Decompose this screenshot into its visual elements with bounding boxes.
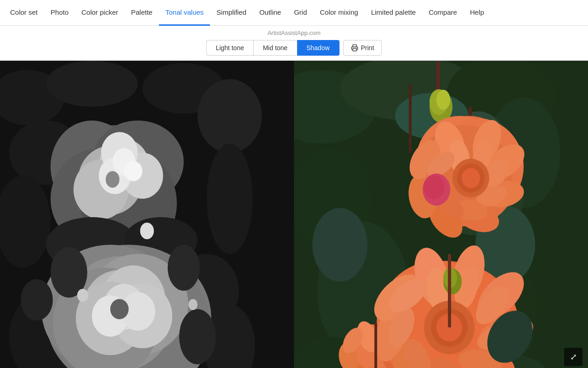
svg-point-96 [462, 168, 480, 188]
svg-rect-0 [353, 48, 356, 51]
tone-button-mid-tone[interactable]: Mid tone [253, 40, 297, 56]
toolbar: ArtistAssistApp.com Light toneMid toneSh… [0, 26, 588, 61]
svg-point-47 [110, 299, 129, 319]
svg-point-50 [77, 289, 88, 302]
svg-point-51 [188, 299, 198, 310]
print-label: Print [361, 44, 374, 52]
tone-button-shadow[interactable]: Shadow [297, 40, 339, 56]
nav-item-photo[interactable]: Photo [44, 0, 75, 26]
nav-item-grid[interactable]: Grid [288, 0, 313, 26]
nav-item-outline[interactable]: Outline [253, 0, 288, 26]
nav-item-simplified[interactable]: Simplified [210, 0, 253, 26]
svg-point-5 [198, 79, 262, 153]
svg-rect-140 [374, 323, 377, 368]
svg-point-48 [106, 171, 119, 188]
tonal-svg [0, 61, 294, 368]
svg-point-98 [424, 175, 444, 199]
app-subtitle: ArtistAssistApp.com [267, 29, 321, 36]
svg-rect-69 [409, 84, 412, 153]
tonal-image-panel [0, 61, 294, 368]
svg-point-27 [124, 161, 142, 181]
photo-svg [294, 61, 588, 368]
main-content: ⤢ [0, 61, 588, 368]
photo-canvas [294, 61, 588, 368]
svg-rect-139 [448, 254, 451, 328]
svg-point-46 [21, 279, 53, 321]
print-icon [351, 44, 358, 52]
svg-point-44 [168, 245, 200, 291]
svg-point-45 [179, 309, 216, 364]
nav-item-palette[interactable]: Palette [124, 0, 159, 26]
svg-point-8 [207, 144, 253, 254]
svg-point-73 [436, 90, 450, 110]
tonal-canvas [0, 61, 294, 368]
nav-item-color-picker[interactable]: Color picker [75, 0, 124, 26]
print-button[interactable]: Print [343, 40, 382, 56]
svg-point-49 [140, 223, 154, 239]
nav-item-limited-palette[interactable]: Limited palette [365, 0, 423, 26]
tone-button-light-tone[interactable]: Light tone [206, 40, 254, 56]
nav-item-compare[interactable]: Compare [422, 0, 464, 26]
main-navigation: Color setPhotoColor pickerPaletteTonal v… [0, 0, 588, 26]
expand-icon: ⤢ [570, 352, 577, 362]
expand-button[interactable]: ⤢ [564, 348, 582, 366]
svg-point-3 [46, 61, 138, 107]
nav-item-color-set[interactable]: Color set [4, 0, 44, 26]
nav-item-help[interactable]: Help [464, 0, 491, 26]
nav-item-color-mixing[interactable]: Color mixing [313, 0, 364, 26]
svg-point-66 [312, 208, 368, 282]
nav-item-tonal-values[interactable]: Tonal values [159, 0, 210, 26]
photo-image-panel: ⤢ [294, 61, 588, 368]
